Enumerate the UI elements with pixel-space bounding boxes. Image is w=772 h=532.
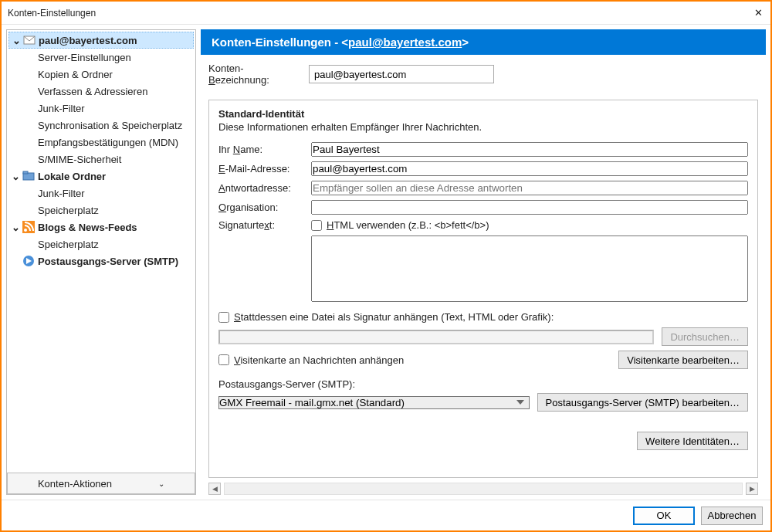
tree-item[interactable]: ⌄paul@bayertest.com [8, 32, 194, 49]
svg-rect-2 [23, 171, 28, 174]
tree-item-label: Kopien & Ordner [38, 69, 113, 80]
attach-vcard-label: Visitenkarte an Nachrichten anhängen [234, 354, 404, 366]
close-icon[interactable]: ✕ [752, 7, 764, 19]
svg-point-4 [24, 229, 27, 232]
account-name-label: Konten-Bezeichnung: [208, 63, 301, 86]
tree-item-label: Synchronisation & Speicherplatz [38, 120, 182, 131]
scroll-right-icon[interactable]: ▶ [746, 483, 758, 495]
account-tree[interactable]: ⌄paul@bayertest.comServer-EinstellungenK… [7, 30, 195, 473]
tree-item-label: Verfassen & Adressieren [38, 86, 147, 97]
footer: OK Abbrechen [2, 500, 770, 530]
email-input[interactable] [311, 161, 748, 176]
tree-item-label: Lokale Ordner [38, 171, 106, 182]
tree-item[interactable]: Junk-Filter [8, 100, 194, 117]
tree-item[interactable]: S/MIME-Sicherheit [8, 151, 194, 168]
chevron-down-icon: ⌄ [158, 479, 164, 488]
chevron-down-icon: ⌄ [12, 35, 20, 46]
tree-item-label: Speicherplatz [38, 205, 99, 216]
attach-vcard-checkbox[interactable] [218, 354, 229, 365]
tree-item[interactable]: Speicherplatz [8, 202, 194, 219]
use-html-checkbox[interactable] [311, 220, 322, 231]
window-title: Konten-Einstellungen [8, 8, 96, 19]
identity-title: Standard-Identität [218, 108, 748, 120]
tree-item-label: paul@bayertest.com [39, 35, 137, 46]
panel-header: Konten-Einstellungen - <paul@bayertest.c… [201, 29, 766, 55]
org-label: Organisation: [218, 202, 303, 213]
tree-item[interactable]: ⌄Blogs & News-Feeds [8, 219, 194, 236]
window: Konten-Einstellungen ✕ ⌄paul@bayertest.c… [0, 0, 772, 532]
smtp-select[interactable]: GMX Freemail - mail.gmx.net (Standard) [218, 396, 530, 409]
titlebar: Konten-Einstellungen ✕ [2, 2, 770, 25]
tree-item[interactable]: Synchronisation & Speicherplatz [8, 117, 194, 134]
scroll-left-icon[interactable]: ◀ [208, 483, 221, 495]
tree-item[interactable]: Empfangsbestätigungen (MDN) [8, 134, 194, 151]
identity-subtitle: Diese Informationen erhalten Empfänger I… [218, 121, 748, 133]
tree-item-label: Speicherplatz [38, 239, 99, 250]
tree-item[interactable]: Kopien & Ordner [8, 66, 194, 83]
body: ⌄paul@bayertest.comServer-EinstellungenK… [2, 25, 770, 500]
account-actions-button[interactable]: Konten-Aktionen ⌄ [7, 473, 195, 494]
smtp-label: Postausgangs-Server (SMTP): [218, 378, 748, 390]
tree-item[interactable]: Speicherplatz [8, 236, 194, 252]
horizontal-scrollbar[interactable]: ◀ ▶ [208, 483, 758, 495]
account-name-row: Konten-Bezeichnung: [208, 63, 758, 86]
rss-icon [22, 221, 35, 233]
smtp-icon [22, 255, 35, 267]
tree-item-label: Blogs & News-Feeds [38, 222, 137, 233]
identity-group: Standard-Identität Diese Informationen e… [208, 100, 758, 478]
tree-item-label: S/MIME-Sicherheit [38, 154, 121, 165]
tree-item-label: Junk-Filter [38, 103, 85, 114]
signature-file-input [218, 330, 654, 344]
header-email: paul@bayertest.com [348, 36, 462, 49]
cancel-button[interactable]: Abbrechen [701, 507, 763, 525]
reply-input[interactable] [311, 181, 748, 195]
html-checkbox-row: HTML verwenden (z.B.: <b>fett</b>) [311, 219, 489, 231]
edit-vcard-button[interactable]: Visitenkarte bearbeiten… [618, 351, 748, 369]
sidebar: ⌄paul@bayertest.comServer-EinstellungenK… [6, 29, 196, 495]
mail-icon [23, 34, 36, 46]
tree-item[interactable]: Junk-Filter [8, 185, 194, 202]
tree-item-label: Junk-Filter [38, 188, 85, 199]
tree-item[interactable]: ⌄Lokale Ordner [8, 168, 194, 185]
main-panel: Konten-Einstellungen - <paul@bayertest.c… [201, 29, 766, 495]
email-label: E-Mail-Adresse: [218, 163, 303, 175]
more-identities-button[interactable]: Weitere Identitäten… [637, 432, 748, 450]
content: Konten-Bezeichnung: Standard-Identität D… [201, 55, 766, 495]
tree-item-label: Empfangsbestätigungen (MDN) [38, 137, 178, 148]
tree-item[interactable]: Postausgangs-Server (SMTP) [8, 252, 194, 269]
your-name-input[interactable] [311, 142, 748, 157]
use-html-label: HTML verwenden (z.B.: <b>fett</b>) [327, 219, 489, 231]
chevron-down-icon: ⌄ [12, 171, 19, 182]
signature-textarea[interactable] [311, 236, 748, 302]
attach-file-label: Stattdessen eine Datei als Signatur anhä… [234, 311, 554, 323]
ok-button[interactable]: OK [633, 507, 695, 525]
edit-smtp-button[interactable]: Postausgangs-Server (SMTP) bearbeiten… [537, 393, 748, 412]
account-actions-label: Konten-Aktionen [38, 478, 112, 490]
browse-button: Durchsuchen… [662, 327, 748, 346]
tree-item-label: Server-Einstellungen [38, 52, 131, 63]
tree-item-label: Postausgangs-Server (SMTP) [38, 256, 178, 267]
tree-item[interactable]: Server-Einstellungen [8, 49, 194, 66]
signature-label: Signaturtext: [218, 219, 303, 231]
attach-file-checkbox[interactable] [218, 312, 229, 323]
org-input[interactable] [311, 200, 748, 215]
folder-icon [22, 170, 35, 182]
reply-label: Antwortadresse: [218, 182, 303, 194]
chevron-down-icon: ⌄ [12, 222, 19, 233]
your-name-label: Ihr Name: [218, 144, 303, 155]
account-name-input[interactable] [309, 65, 494, 83]
tree-item[interactable]: Verfassen & Adressieren [8, 83, 194, 100]
